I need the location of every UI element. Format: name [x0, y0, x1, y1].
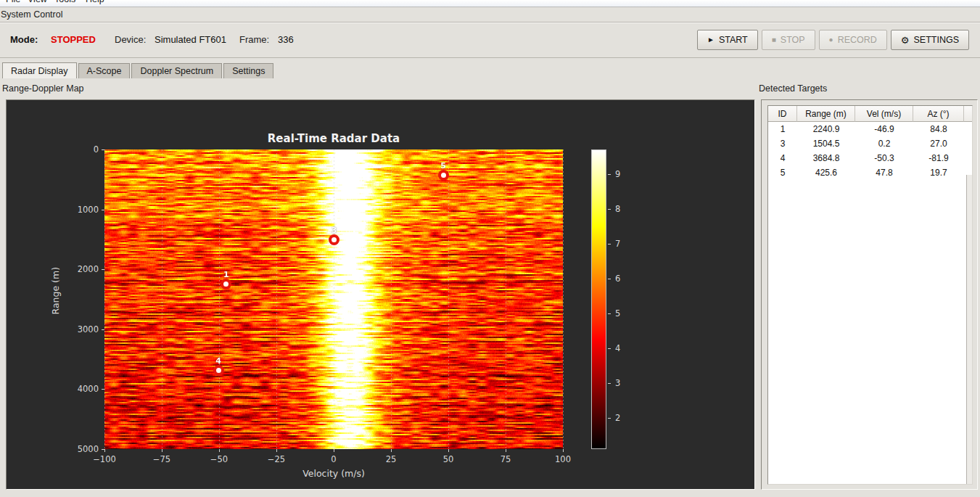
- cell-range: 425.6: [797, 165, 855, 180]
- target-marker[interactable]: [438, 170, 449, 181]
- y-tick-label: 0: [51, 144, 99, 155]
- range-doppler-map-caption: Range-Doppler Map: [2, 83, 84, 94]
- y-tick-label: 1000: [51, 205, 99, 215]
- cell-az: 19.7: [913, 165, 964, 180]
- cell-vel: 0.2: [855, 136, 913, 151]
- menu-bar: File View Tools Help: [0, 0, 980, 7]
- x-tick-mark: [448, 449, 449, 452]
- mode-value: STOPPED: [51, 34, 96, 45]
- x-tick-mark: [391, 449, 392, 452]
- cell-vel: -46.9: [855, 122, 913, 136]
- x-tick-mark: [104, 449, 105, 452]
- frame-value: 336: [278, 34, 294, 45]
- x-tick-label: 50: [427, 454, 470, 464]
- colorbar-tick-label: 8: [615, 204, 620, 214]
- system-control-group-title: System Control: [1, 9, 62, 20]
- x-gridline: [162, 149, 162, 449]
- column-header-range[interactable]: Range (m): [797, 106, 855, 122]
- x-gridline: [276, 149, 277, 449]
- table-header-row: ID Range (m) Vel (m/s) Az (°): [768, 106, 972, 122]
- menu-item-file[interactable]: File: [6, 0, 20, 7]
- colorbar-tick-label: 7: [615, 239, 620, 249]
- y-tick-mark: [102, 329, 104, 330]
- x-tick-mark: [334, 449, 334, 452]
- table-row[interactable]: 4 3684.8 -50.3 -81.9: [768, 151, 972, 165]
- tab-radar-display[interactable]: Radar Display: [2, 62, 77, 78]
- column-header-vel[interactable]: Vel (m/s): [855, 106, 913, 122]
- stop-button-label: STOP: [781, 35, 805, 45]
- targets-table: ID Range (m) Vel (m/s) Az (°) 1 2240.9 -…: [767, 105, 973, 485]
- device-label: Device:: [115, 34, 146, 45]
- colorbar-tick-mark: [608, 209, 611, 210]
- tab-doppler-spectrum[interactable]: Doppler Spectrum: [131, 63, 222, 78]
- column-header-id[interactable]: ID: [768, 106, 797, 122]
- cell-az: 27.0: [913, 136, 964, 151]
- y-tick-label: 3000: [51, 324, 99, 334]
- x-gridline: [506, 149, 506, 449]
- cell-vel: -50.3: [855, 151, 913, 165]
- tab-a-scope[interactable]: A-Scope: [78, 63, 131, 78]
- menu-item-view[interactable]: View: [28, 0, 47, 7]
- x-tick-mark: [219, 449, 220, 452]
- y-tick-mark: [102, 149, 104, 150]
- table-row[interactable]: 5 425.6 47.8 19.7: [768, 165, 972, 180]
- colorbar-tick-mark: [608, 348, 611, 349]
- x-gridline: [448, 149, 449, 449]
- cell-range: 3684.8: [797, 151, 855, 165]
- x-tick-label: −100: [83, 454, 126, 464]
- cell-id: 5: [768, 165, 797, 180]
- cell-range: 1504.5: [797, 136, 855, 151]
- x-gridline: [391, 149, 392, 449]
- x-tick-label: 25: [369, 454, 413, 464]
- colorbar-tick-mark: [608, 279, 611, 279]
- tab-settings[interactable]: Settings: [223, 63, 273, 78]
- x-gridline: [219, 149, 220, 449]
- y-tick-label: 2000: [51, 264, 99, 274]
- colorbar-tick-label: 3: [615, 378, 620, 388]
- stop-button[interactable]: ■ STOP: [762, 30, 815, 50]
- radar-display-panel: Real-Time Radar Data Velocity (m/s) Rang…: [6, 99, 755, 490]
- target-marker[interactable]: [329, 234, 339, 245]
- target-marker[interactable]: [213, 365, 224, 376]
- settings-button-label: SETTINGS: [913, 35, 959, 45]
- colorbar-tick-label: 4: [615, 343, 620, 353]
- x-tick-mark: [506, 449, 506, 452]
- colorbar-tick-label: 5: [615, 308, 620, 319]
- x-gridline: [104, 149, 105, 449]
- menu-item-help[interactable]: Help: [86, 0, 104, 7]
- table-row[interactable]: 1 2240.9 -46.9 84.8: [768, 122, 972, 136]
- x-gridline: [563, 149, 564, 449]
- menu-item-tools[interactable]: Tools: [54, 0, 75, 7]
- cell-id: 4: [768, 151, 797, 165]
- x-tick-label: −75: [140, 454, 184, 464]
- cell-id: 3: [768, 136, 797, 151]
- detected-targets-caption: Detected Targets: [759, 83, 827, 94]
- cell-range: 2240.9: [797, 122, 855, 136]
- x-tick-label: −50: [197, 454, 241, 464]
- y-axis-label: Range (m): [50, 295, 61, 315]
- start-button[interactable]: ► START: [697, 30, 758, 50]
- cell-az: 84.8: [913, 122, 964, 136]
- target-marker-label: 1: [219, 270, 234, 279]
- x-gridline: [334, 149, 334, 449]
- y-tick-label: 4000: [51, 384, 99, 394]
- target-marker-label: 4: [211, 356, 226, 366]
- colorbar-tick-mark: [608, 244, 611, 245]
- mode-label: Mode:: [10, 34, 38, 45]
- table-scrollbar[interactable]: [966, 175, 972, 484]
- table-row[interactable]: 3 1504.5 0.2 27.0: [768, 136, 972, 151]
- settings-button[interactable]: ⚙ SETTINGS: [891, 30, 969, 50]
- cell-vel: 47.8: [855, 165, 913, 180]
- target-marker-label: 3: [327, 226, 342, 235]
- record-button[interactable]: ● RECORD: [819, 30, 887, 50]
- column-header-az[interactable]: Az (°): [913, 106, 964, 122]
- y-tick-mark: [102, 449, 104, 450]
- target-marker[interactable]: [221, 279, 231, 289]
- tab-bar: Radar Display A-Scope Doppler Spectrum S…: [2, 62, 275, 78]
- x-tick-mark: [162, 449, 162, 452]
- x-axis-label: Velocity (m/s): [7, 468, 661, 479]
- target-marker-label: 5: [436, 161, 450, 171]
- y-tick-mark: [102, 210, 104, 210]
- column-header-filler: [964, 106, 972, 122]
- frame-label: Frame:: [239, 34, 269, 45]
